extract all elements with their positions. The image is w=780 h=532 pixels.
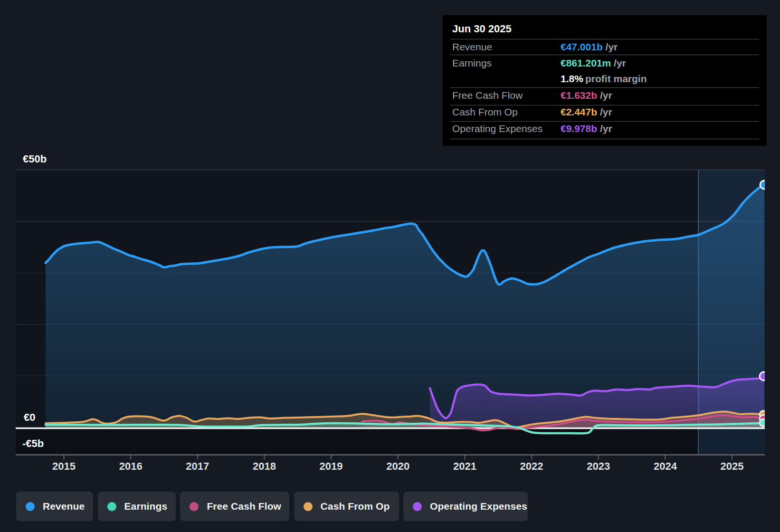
svg-text:2015: 2015: [52, 460, 76, 472]
svg-text:2017: 2017: [186, 460, 209, 472]
svg-text:2018: 2018: [253, 460, 276, 472]
svg-text:2016: 2016: [119, 460, 143, 472]
svg-text:2024: 2024: [654, 460, 677, 472]
svg-text:-€5b: -€5b: [22, 437, 44, 449]
svg-text:€0: €0: [24, 411, 35, 423]
svg-text:2023: 2023: [587, 460, 610, 472]
svg-text:2020: 2020: [386, 460, 409, 472]
svg-text:€50b: €50b: [23, 153, 47, 165]
svg-text:2021: 2021: [453, 460, 476, 472]
svg-text:2019: 2019: [320, 460, 343, 472]
svg-text:2025: 2025: [721, 460, 744, 472]
svg-text:2022: 2022: [520, 460, 543, 472]
